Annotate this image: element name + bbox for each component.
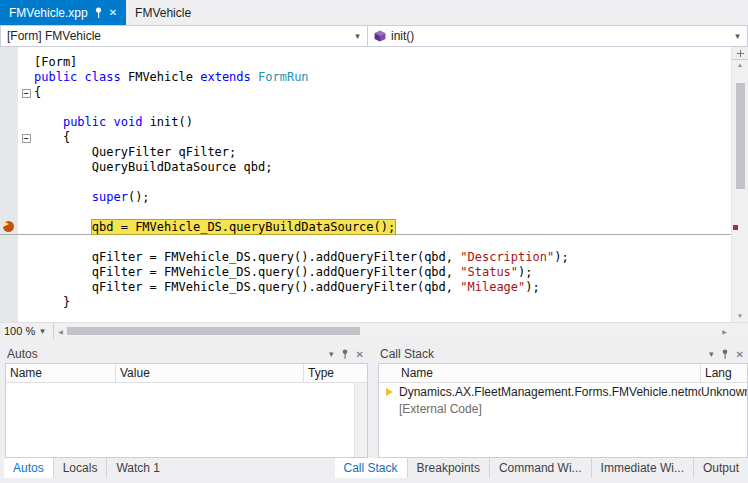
code-line[interactable]: −{ xyxy=(0,84,731,99)
chevron-down-icon: ▾ xyxy=(40,326,45,336)
gutter-cell[interactable] xyxy=(0,174,18,189)
gutter-cell[interactable] xyxy=(0,204,18,219)
code-line[interactable] xyxy=(0,174,731,189)
vertical-scroll-thumb[interactable] xyxy=(736,83,745,189)
zoom-control[interactable]: 100 % ▾ xyxy=(0,323,54,339)
chevron-down-icon[interactable]: ▾ xyxy=(730,31,745,41)
code-line[interactable]: } xyxy=(0,294,731,309)
code-line[interactable]: qbd = FMVehicle_DS.queryBuildDataSource(… xyxy=(0,219,731,234)
current-statement-arrow-icon xyxy=(3,221,9,227)
code-line[interactable]: qFilter = FMVehicle_DS.query().addQueryF… xyxy=(0,264,731,279)
gutter-cell[interactable] xyxy=(0,84,18,99)
callstack-grid: Name Lang Dynamics.AX.FleetManagement.Fo… xyxy=(378,363,748,458)
code-line[interactable]: [Form] xyxy=(0,54,731,69)
code-line[interactable]: QueryBuildDataSource qbd; xyxy=(0,159,731,174)
window-position-icon[interactable]: ▾ xyxy=(709,350,714,359)
split-handle-icon[interactable] xyxy=(732,47,748,60)
gutter-cell[interactable] xyxy=(0,234,18,249)
code-text: QueryFilter qFilter; xyxy=(34,145,236,159)
collapse-region-icon[interactable]: − xyxy=(22,89,31,98)
callstack-frame-row[interactable]: [External Code] xyxy=(379,400,747,417)
autos-scrollbar[interactable] xyxy=(354,383,367,457)
collapse-region-icon[interactable]: − xyxy=(22,134,31,143)
vs-window: FMVehicle.xpp ✕ FMVehicle [Form] FMVehic… xyxy=(0,0,748,483)
member-dropdown[interactable]: init() ▾ xyxy=(367,25,748,47)
code-line[interactable]: public class FMVehicle extends FormRun xyxy=(0,69,731,84)
gutter-cell[interactable] xyxy=(0,99,18,114)
current-statement-marker[interactable] xyxy=(0,219,18,234)
autos-list[interactable] xyxy=(6,383,367,457)
close-icon[interactable]: ✕ xyxy=(736,350,744,359)
code-line[interactable]: qFilter = FMVehicle_DS.query().addQueryF… xyxy=(0,279,731,294)
horizontal-scroll-thumb[interactable] xyxy=(67,327,360,335)
code-token: public xyxy=(34,70,77,84)
gutter-cell[interactable] xyxy=(0,249,18,264)
document-tabbar: FMVehicle.xpp ✕ FMVehicle xyxy=(0,0,748,25)
tool-tab-output[interactable]: Output xyxy=(693,458,748,478)
code-line[interactable] xyxy=(0,204,731,219)
breakpoint-scroll-mark xyxy=(733,225,738,230)
gutter-cell[interactable] xyxy=(0,144,18,159)
autos-titlebar[interactable]: Autos ▾ ✕ xyxy=(0,345,368,363)
tool-tab-watch-1[interactable]: Watch 1 xyxy=(106,458,169,478)
scroll-up-icon[interactable]: ▲ xyxy=(732,60,748,71)
code-token xyxy=(106,115,113,129)
gutter-cell[interactable] xyxy=(0,294,18,309)
code-line[interactable]: QueryFilter qFilter; xyxy=(0,144,731,159)
tool-tab-breakpoints[interactable]: Breakpoints xyxy=(407,458,489,478)
column-header-name[interactable]: Name xyxy=(379,364,701,382)
scroll-right-icon[interactable]: ▶ xyxy=(718,328,731,335)
close-icon[interactable]: ✕ xyxy=(109,8,117,18)
tool-tab-locals[interactable]: Locals xyxy=(53,458,107,478)
vertical-scroll-track[interactable] xyxy=(732,71,748,311)
type-dropdown[interactable]: [Form] FMVehicle ▾ xyxy=(0,25,368,47)
pin-icon[interactable] xyxy=(94,7,103,19)
code-text: qFilter = FMVehicle_DS.query().addQueryF… xyxy=(34,280,540,294)
column-header-lang[interactable]: Lang xyxy=(701,364,747,382)
tool-tab-autos[interactable]: Autos xyxy=(4,458,53,478)
callstack-titlebar[interactable]: Call Stack ▾ ✕ xyxy=(373,345,748,363)
pin-icon[interactable] xyxy=(721,349,729,360)
gutter-cell[interactable] xyxy=(0,279,18,294)
code-line[interactable]: − { xyxy=(0,129,731,144)
pin-icon[interactable] xyxy=(341,349,349,360)
gutter-cell[interactable] xyxy=(0,69,18,84)
gutter-cell[interactable] xyxy=(0,54,18,69)
vertical-scrollbar[interactable]: ▲ ▼ xyxy=(731,47,748,322)
gutter-cell[interactable] xyxy=(0,129,18,144)
tab-fmvehicle[interactable]: FMVehicle xyxy=(126,0,200,25)
code-line[interactable]: super(); xyxy=(0,189,731,204)
fold-margin-cell[interactable]: − xyxy=(18,130,34,144)
column-header-value[interactable]: Value xyxy=(116,364,304,382)
code-editor[interactable]: [Form]public class FMVehicle extends For… xyxy=(0,47,731,322)
gutter-cell[interactable] xyxy=(0,189,18,204)
tool-tab-call-stack[interactable]: Call Stack xyxy=(335,458,407,478)
code-token: ); xyxy=(525,280,539,294)
callstack-frame-row[interactable]: Dynamics.AX.FleetManagement.Forms.FMVehi… xyxy=(379,383,747,400)
code-line[interactable]: public void init() xyxy=(0,114,731,129)
code-line[interactable] xyxy=(0,234,731,249)
gutter-cell[interactable] xyxy=(0,264,18,279)
chevron-down-icon[interactable]: ▾ xyxy=(350,31,365,41)
code-text: qFilter = FMVehicle_DS.query().addQueryF… xyxy=(34,250,569,264)
horizontal-scroll-track[interactable] xyxy=(67,323,718,339)
tool-tab-immediate-wi[interactable]: Immediate Wi... xyxy=(591,458,693,478)
tool-panels: Autos ▾ ✕ Name Value Type xyxy=(0,345,748,458)
scroll-left-icon[interactable]: ◀ xyxy=(54,328,67,335)
fold-margin-cell[interactable]: − xyxy=(18,85,34,99)
gutter-cell[interactable] xyxy=(0,114,18,129)
callstack-panel: Call Stack ▾ ✕ Name Lang Dynamics.AX.Fle… xyxy=(373,345,748,458)
column-header-name[interactable]: Name xyxy=(6,364,116,382)
close-icon[interactable]: ✕ xyxy=(356,350,364,359)
callstack-grid-header: Name Lang xyxy=(379,364,747,383)
code-line[interactable]: qFilter = FMVehicle_DS.query().addQueryF… xyxy=(0,249,731,264)
callstack-list[interactable]: Dynamics.AX.FleetManagement.Forms.FMVehi… xyxy=(379,383,747,457)
scroll-down-icon[interactable]: ▼ xyxy=(732,311,748,322)
tool-tab-command-wi[interactable]: Command Wi... xyxy=(489,458,591,478)
window-position-icon[interactable]: ▾ xyxy=(329,350,334,359)
horizontal-scrollbar[interactable]: ◀ ▶ xyxy=(54,323,731,339)
gutter-cell[interactable] xyxy=(0,159,18,174)
tab-fmvehicle-xpp[interactable]: FMVehicle.xpp ✕ xyxy=(0,0,126,25)
column-header-type[interactable]: Type xyxy=(304,364,367,382)
code-line[interactable] xyxy=(0,99,731,114)
